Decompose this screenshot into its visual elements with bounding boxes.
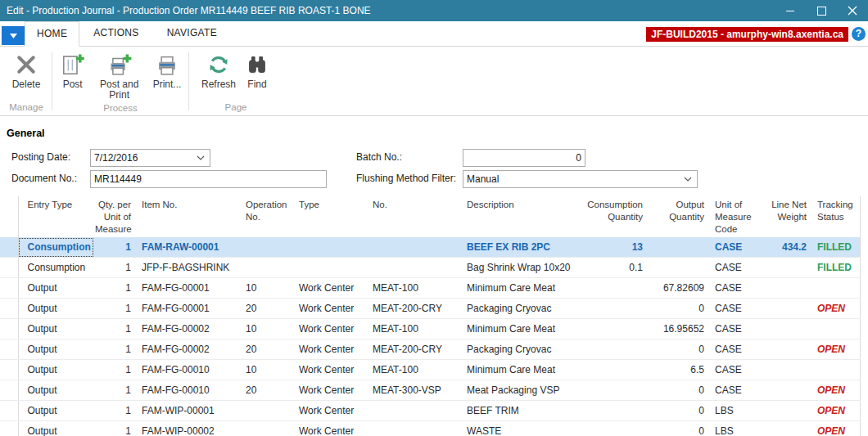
cell-description[interactable]: BEEF TRIM: [446, 401, 585, 421]
cell-output_quantity[interactable]: 0: [647, 421, 708, 436]
row-selector[interactable]: [0, 401, 18, 421]
cell-no[interactable]: [360, 401, 446, 421]
cell-consumption_quantity[interactable]: [585, 339, 647, 360]
cell-output_quantity[interactable]: [647, 237, 708, 258]
cell-line_net_weight[interactable]: [762, 380, 811, 401]
column-header-operation_no[interactable]: Operation No.: [237, 196, 287, 237]
find-button[interactable]: Find: [240, 50, 274, 92]
cell-output_quantity[interactable]: 0: [647, 380, 708, 401]
cell-qty_per_unit_of_measure[interactable]: 1: [94, 258, 135, 278]
posting-date-dropdown-icon[interactable]: [192, 150, 210, 166]
post-button[interactable]: Post: [56, 50, 90, 92]
cell-unit_of_measure_code[interactable]: CASE: [708, 380, 762, 401]
cell-entry_type[interactable]: Output: [18, 278, 94, 299]
tab-home[interactable]: HOME: [25, 21, 79, 47]
cell-item_no[interactable]: FAM-WIP-00002: [135, 421, 237, 436]
batch-no-field[interactable]: [463, 149, 585, 167]
cell-qty_per_unit_of_measure[interactable]: 1: [94, 319, 135, 339]
cell-description[interactable]: Packaging Cryovac: [446, 339, 585, 360]
row-selector[interactable]: [0, 237, 18, 258]
cell-unit_of_measure_code[interactable]: CASE: [708, 258, 762, 278]
cell-tracking_status[interactable]: OPEN: [811, 299, 860, 319]
cell-type[interactable]: Work Center: [287, 299, 360, 319]
maximize-button[interactable]: [806, 0, 837, 21]
column-header-description[interactable]: Description: [446, 196, 585, 237]
table-row[interactable]: Output1FAM-FG-0001010Work CenterMEAT-100…: [0, 360, 860, 380]
cell-item_no[interactable]: FAM-FG-00010: [135, 360, 237, 380]
cell-no[interactable]: MEAT-200-CRY: [360, 339, 446, 360]
cell-consumption_quantity[interactable]: [585, 401, 647, 421]
cell-item_no[interactable]: FAM-RAW-00001: [135, 237, 237, 258]
row-selector[interactable]: [0, 278, 18, 299]
cell-description[interactable]: Minimum Care Meat: [446, 360, 585, 380]
cell-type[interactable]: Work Center: [287, 401, 360, 421]
cell-tracking_status[interactable]: OPEN: [811, 401, 860, 421]
cell-line_net_weight[interactable]: [762, 299, 811, 319]
cell-entry_type[interactable]: Consumption: [18, 237, 94, 258]
cell-unit_of_measure_code[interactable]: CASE: [708, 299, 762, 319]
cell-entry_type[interactable]: Output: [18, 421, 94, 436]
column-header-line_net_weight[interactable]: Line Net Weight: [762, 196, 811, 237]
table-row[interactable]: Output1FAM-FG-0000120Work CenterMEAT-200…: [0, 299, 860, 319]
cell-item_no[interactable]: FAM-FG-00001: [135, 299, 237, 319]
batch-no-input[interactable]: [463, 150, 585, 166]
row-selector[interactable]: [0, 299, 18, 319]
cell-description[interactable]: Packaging Cryovac: [446, 299, 585, 319]
cell-qty_per_unit_of_measure[interactable]: 1: [94, 401, 135, 421]
help-icon[interactable]: ?: [852, 27, 866, 41]
cell-no[interactable]: MEAT-100: [360, 278, 446, 299]
cell-consumption_quantity[interactable]: [585, 380, 647, 401]
column-header-qty_per_unit_of_measure[interactable]: Qty. per Unit of Measure: [94, 196, 135, 237]
column-header-output_quantity[interactable]: Output Quantity: [647, 196, 708, 237]
cell-operation_no[interactable]: 20: [237, 339, 287, 360]
cell-operation_no[interactable]: 20: [237, 380, 287, 401]
delete-button[interactable]: Delete: [8, 50, 45, 92]
cell-operation_no[interactable]: 10: [237, 360, 287, 380]
table-row[interactable]: Output1FAM-WIP-00002Work CenterWASTE0LBS…: [0, 421, 860, 436]
cell-output_quantity[interactable]: 0: [647, 339, 708, 360]
cell-item_no[interactable]: FAM-FG-00002: [135, 319, 237, 339]
cell-description[interactable]: Bag Shrink Wrap 10x20: [446, 258, 585, 278]
cell-unit_of_measure_code[interactable]: CASE: [708, 319, 762, 339]
cell-line_net_weight[interactable]: 434.2: [762, 237, 811, 258]
cell-output_quantity[interactable]: 0: [647, 299, 708, 319]
cell-item_no[interactable]: FAM-WIP-00001: [135, 401, 237, 421]
posting-date-field[interactable]: [90, 149, 210, 167]
cell-description[interactable]: Minimum Care Meat: [446, 278, 585, 299]
cell-qty_per_unit_of_measure[interactable]: 1: [94, 299, 135, 319]
cell-qty_per_unit_of_measure[interactable]: 1: [94, 421, 135, 436]
cell-description[interactable]: BEEF EX RIB 2PC: [446, 237, 585, 258]
cell-unit_of_measure_code[interactable]: CASE: [708, 339, 762, 360]
cell-unit_of_measure_code[interactable]: CASE: [708, 237, 762, 258]
row-selector[interactable]: [0, 339, 18, 360]
print-button[interactable]: Print...: [149, 50, 186, 92]
cell-tracking_status[interactable]: [811, 360, 860, 380]
cell-type[interactable]: Work Center: [287, 360, 360, 380]
cell-unit_of_measure_code[interactable]: LBS: [708, 401, 762, 421]
tab-actions[interactable]: ACTIONS: [79, 21, 152, 46]
cell-item_no[interactable]: FAM-FG-00002: [135, 339, 237, 360]
column-header-no[interactable]: No.: [360, 196, 446, 237]
cell-no[interactable]: MEAT-100: [360, 319, 446, 339]
cell-type[interactable]: Work Center: [287, 319, 360, 339]
cell-no[interactable]: [360, 421, 446, 436]
row-selector[interactable]: [0, 421, 18, 436]
cell-operation_no[interactable]: 10: [237, 278, 287, 299]
flushing-method-filter-field[interactable]: [463, 170, 698, 188]
table-row[interactable]: Output1FAM-FG-0000210Work CenterMEAT-100…: [0, 319, 860, 339]
cell-tracking_status[interactable]: FILLED: [811, 258, 860, 278]
cell-qty_per_unit_of_measure[interactable]: 1: [94, 380, 135, 401]
refresh-button[interactable]: Refresh: [197, 50, 240, 92]
cell-unit_of_measure_code[interactable]: CASE: [708, 360, 762, 380]
cell-consumption_quantity[interactable]: [585, 319, 647, 339]
cell-type[interactable]: [287, 237, 360, 258]
cell-description[interactable]: WASTE: [446, 421, 585, 436]
cell-entry_type[interactable]: Output: [18, 360, 94, 380]
row-selector[interactable]: [0, 380, 18, 401]
cell-description[interactable]: Minimum Care Meat: [446, 319, 585, 339]
cell-operation_no[interactable]: [237, 237, 287, 258]
cell-unit_of_measure_code[interactable]: LBS: [708, 421, 762, 436]
cell-entry_type[interactable]: Output: [18, 319, 94, 339]
cell-operation_no[interactable]: 20: [237, 299, 287, 319]
cell-qty_per_unit_of_measure[interactable]: 1: [94, 237, 135, 258]
